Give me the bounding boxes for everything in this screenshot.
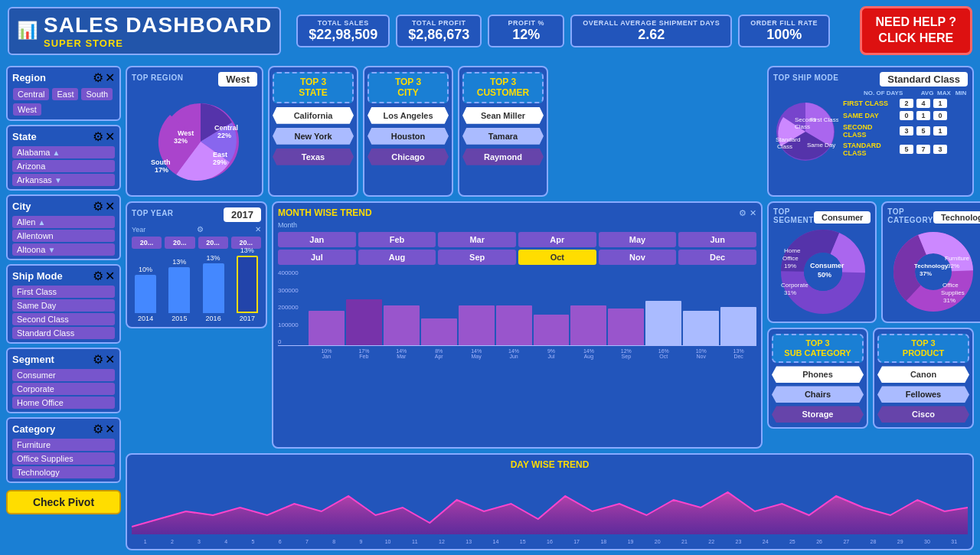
- day-4: 4: [213, 539, 240, 544]
- middle-row: TOP YEAR 2017 Year ⚙ ✕ 20... 20... 20...…: [126, 201, 974, 449]
- category-label: Category: [12, 423, 55, 435]
- month-filter-icon[interactable]: ✕: [750, 208, 756, 218]
- state-item-arizona[interactable]: Arizona: [12, 160, 115, 172]
- svg-text:32%: 32%: [174, 137, 188, 145]
- city-label: City: [12, 201, 31, 212]
- segment-filter-icon[interactable]: ✕: [105, 352, 115, 367]
- x-mar: 14%: [384, 348, 420, 354]
- month-jan[interactable]: Jan: [278, 232, 356, 247]
- ship-row-standard: STANDARD CLASS 5 7 3: [843, 142, 968, 157]
- check-pivot-button[interactable]: Check Pivot: [6, 490, 121, 514]
- top3-customer-item-3: Raymond: [462, 149, 544, 165]
- category-filter: Category ⚙ ✕ Furniture Office Supplies T…: [6, 417, 121, 483]
- bar-2014-pct: 10%: [139, 266, 152, 273]
- mbar-jan: [309, 311, 345, 345]
- mbar-sep: [608, 309, 644, 345]
- cat-furniture[interactable]: Furniture: [12, 439, 115, 451]
- stats-row: TOTAL SALES $22,98,509 TOTAL PROFIT $2,8…: [296, 15, 851, 47]
- ship-filter-icon[interactable]: ✕: [105, 269, 115, 283]
- ship-row-same: SAME DAY 0 1 0: [843, 111, 968, 120]
- month-apr[interactable]: Apr: [518, 232, 596, 247]
- mbar-apr: [421, 318, 457, 345]
- segment-home-office[interactable]: Home Office: [12, 397, 115, 409]
- category-filter-icon[interactable]: ✕: [105, 422, 115, 436]
- city-filter-icon[interactable]: ✕: [105, 199, 115, 214]
- ship-same-day[interactable]: Same Day: [12, 299, 115, 312]
- region-sort-icon[interactable]: ⚙: [93, 70, 103, 85]
- month-oct[interactable]: Oct: [518, 250, 596, 265]
- city-sort-icon[interactable]: ⚙: [93, 199, 103, 214]
- day-11: 11: [401, 539, 428, 544]
- region-tag-south[interactable]: South: [81, 88, 113, 100]
- ship-header-max: MAX: [937, 90, 951, 96]
- month-dec[interactable]: Dec: [678, 250, 756, 265]
- state-filter: State ⚙ ✕ Alabama ▲ Arizona Arkansas ▼: [6, 125, 121, 191]
- top-category-title: TOP CATEGORY: [887, 207, 933, 224]
- region-tag-east[interactable]: East: [52, 88, 78, 100]
- region-filter-icon[interactable]: ✕: [105, 70, 115, 85]
- year-filter-icon[interactable]: ✕: [255, 225, 261, 233]
- region-tag-west[interactable]: West: [13, 103, 41, 116]
- cat-technology[interactable]: Technology: [12, 466, 115, 478]
- state-item-arkansas[interactable]: Arkansas ▼: [12, 174, 115, 186]
- month-trend-header: MONTH WISE TREND ⚙ ✕: [278, 207, 756, 218]
- help-button[interactable]: NEED HELP ?CLICK HERE: [860, 6, 973, 55]
- ship-first-class[interactable]: First Class: [12, 286, 115, 298]
- city-item-allentown[interactable]: Allentown: [12, 230, 115, 242]
- bar-2016: 13% 2016: [200, 254, 227, 322]
- region-tags: Central East South West: [12, 87, 115, 116]
- day-24: 24: [752, 539, 779, 544]
- segment-corporate[interactable]: Corporate: [12, 383, 115, 395]
- state-sort-icon[interactable]: ⚙: [93, 129, 103, 144]
- top-region-value: West: [218, 72, 257, 87]
- month-sort-icon[interactable]: ⚙: [739, 208, 746, 218]
- month-bars: [309, 269, 756, 345]
- svg-text:Home: Home: [784, 247, 801, 254]
- stat-profit-pct: PROFIT % 12%: [488, 15, 564, 47]
- top3-state-item-3: Texas: [273, 149, 354, 165]
- ship-header-min: MIN: [954, 90, 968, 96]
- ship-row-second: SECOND CLASS 3 5 1: [843, 123, 968, 139]
- day-15: 15: [509, 539, 536, 544]
- ship-label-standard: STANDARD CLASS: [843, 142, 897, 157]
- y-100k: 100000: [278, 322, 299, 328]
- mbar-jun: [496, 305, 532, 345]
- ship-filter-icons: ⚙ ✕: [93, 269, 115, 283]
- svg-text:West: West: [178, 129, 194, 137]
- month-may[interactable]: May: [599, 232, 677, 247]
- ship-sort-icon[interactable]: ⚙: [93, 269, 103, 283]
- city-item-altoona[interactable]: Altoona ▼: [12, 243, 115, 256]
- top3-product-panel: TOP 3PRODUCT Canon Fellowes Cisco: [873, 328, 974, 429]
- month-jun[interactable]: Jun: [678, 232, 756, 247]
- bar-2015-label: 2015: [172, 315, 187, 322]
- city-item-allen[interactable]: Allen ▲: [12, 216, 115, 228]
- year-btn-2016[interactable]: 20...: [198, 237, 228, 249]
- month-sep[interactable]: Sep: [438, 250, 516, 265]
- ship-second-class[interactable]: Second Class: [12, 313, 115, 325]
- cat-office-supplies[interactable]: Office Supplies: [12, 452, 115, 465]
- state-title-row: State ⚙ ✕: [12, 129, 115, 144]
- month-feb[interactable]: Feb: [358, 232, 436, 247]
- month-nov[interactable]: Nov: [599, 250, 677, 265]
- region-tag-central[interactable]: Central: [13, 88, 49, 100]
- year-btn-2015[interactable]: 20...: [165, 237, 194, 249]
- month-mar[interactable]: Mar: [438, 232, 516, 247]
- ship-val-standard-avg: 5: [900, 145, 913, 154]
- day-x-labels: 1 2 3 4 5 6 7 8 9 10 11 12 13 14 15 16 1…: [132, 539, 968, 544]
- day-6: 6: [266, 539, 293, 544]
- segment-consumer[interactable]: Consumer: [12, 369, 115, 381]
- day-19: 19: [617, 539, 644, 544]
- month-bar-area: 400000 300000 200000 100000 0: [278, 269, 756, 346]
- state-filter-icon[interactable]: ✕: [105, 129, 115, 144]
- state-item-alabama[interactable]: Alabama ▲: [12, 146, 115, 158]
- month-jul[interactable]: Jul: [278, 250, 356, 265]
- month-aug[interactable]: Aug: [358, 250, 436, 265]
- y-axis: 400000 300000 200000 100000 0: [278, 269, 299, 345]
- category-sort-icon[interactable]: ⚙: [93, 422, 103, 436]
- year-sort-icon[interactable]: ⚙: [197, 225, 204, 233]
- year-btn-2014[interactable]: 20...: [132, 237, 162, 249]
- segment-sort-icon[interactable]: ⚙: [93, 352, 103, 367]
- ship-standard-class[interactable]: Standard Class: [12, 327, 115, 339]
- region-title-row: Region ⚙ ✕: [12, 70, 115, 85]
- subcat-item-3: Storage: [772, 406, 864, 423]
